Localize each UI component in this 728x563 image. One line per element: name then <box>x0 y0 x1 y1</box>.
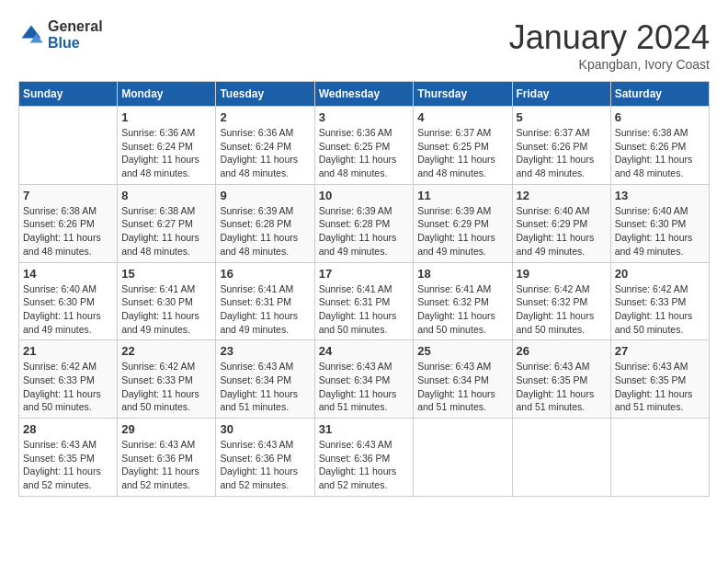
calendar-cell: 9Sunrise: 6:39 AMSunset: 6:28 PMDaylight… <box>216 184 314 262</box>
header-row: SundayMondayTuesdayWednesdayThursdayFrid… <box>19 82 710 107</box>
calendar-cell: 31Sunrise: 6:43 AMSunset: 6:36 PMDayligh… <box>314 419 414 497</box>
day-info: Sunrise: 6:37 AMSunset: 6:26 PMDaylight:… <box>517 126 607 180</box>
day-info: Sunrise: 6:39 AMSunset: 6:28 PMDaylight:… <box>319 204 410 259</box>
day-number: 9 <box>220 189 310 202</box>
calendar-cell: 17Sunrise: 6:41 AMSunset: 6:31 PMDayligh… <box>314 262 414 340</box>
day-info: Sunrise: 6:39 AMSunset: 6:29 PMDaylight:… <box>417 204 507 259</box>
day-number: 25 <box>417 344 507 358</box>
day-info: Sunrise: 6:38 AMSunset: 6:26 PMDaylight:… <box>23 204 113 259</box>
logo-text: General Blue <box>48 18 103 51</box>
day-info: Sunrise: 6:42 AMSunset: 6:33 PMDaylight:… <box>23 360 113 414</box>
logo-icon <box>18 22 44 48</box>
calendar-cell <box>512 419 610 497</box>
day-number: 1 <box>121 110 211 124</box>
calendar-cell: 29Sunrise: 6:43 AMSunset: 6:36 PMDayligh… <box>118 419 216 497</box>
calendar-cell: 18Sunrise: 6:41 AMSunset: 6:32 PMDayligh… <box>414 262 512 340</box>
calendar-cell: 14Sunrise: 6:40 AMSunset: 6:30 PMDayligh… <box>19 262 118 340</box>
header-day: Wednesday <box>314 82 414 107</box>
day-info: Sunrise: 6:36 AMSunset: 6:24 PMDaylight:… <box>121 126 211 180</box>
day-number: 15 <box>121 267 211 281</box>
calendar-cell: 7Sunrise: 6:38 AMSunset: 6:26 PMDaylight… <box>19 184 118 262</box>
header-day: Tuesday <box>216 82 314 107</box>
calendar-cell: 13Sunrise: 6:40 AMSunset: 6:30 PMDayligh… <box>610 184 709 262</box>
day-number: 29 <box>121 422 211 436</box>
calendar-cell: 10Sunrise: 6:39 AMSunset: 6:28 PMDayligh… <box>314 184 414 262</box>
day-info: Sunrise: 6:43 AMSunset: 6:34 PMDaylight:… <box>319 360 410 414</box>
calendar-cell: 28Sunrise: 6:43 AMSunset: 6:35 PMDayligh… <box>19 419 118 497</box>
calendar-cell: 4Sunrise: 6:37 AMSunset: 6:25 PMDaylight… <box>414 107 512 185</box>
day-number: 18 <box>417 267 507 281</box>
calendar-cell: 8Sunrise: 6:38 AMSunset: 6:27 PMDaylight… <box>118 184 216 262</box>
day-info: Sunrise: 6:39 AMSunset: 6:28 PMDaylight:… <box>220 204 310 259</box>
day-number: 26 <box>517 344 607 358</box>
page-header: General Blue January 2024 Kpangban, Ivor… <box>18 18 710 72</box>
calendar-cell: 22Sunrise: 6:42 AMSunset: 6:33 PMDayligh… <box>118 340 216 419</box>
day-number: 20 <box>615 267 705 281</box>
calendar-cell: 5Sunrise: 6:37 AMSunset: 6:26 PMDaylight… <box>512 107 610 185</box>
day-number: 10 <box>319 189 410 202</box>
calendar-cell: 26Sunrise: 6:43 AMSunset: 6:35 PMDayligh… <box>512 340 610 419</box>
day-info: Sunrise: 6:41 AMSunset: 6:30 PMDaylight:… <box>121 282 211 337</box>
day-number: 23 <box>220 344 310 358</box>
day-info: Sunrise: 6:36 AMSunset: 6:24 PMDaylight:… <box>220 126 310 180</box>
day-info: Sunrise: 6:43 AMSunset: 6:36 PMDaylight:… <box>319 438 410 492</box>
day-number: 24 <box>319 344 410 358</box>
day-number: 17 <box>319 267 410 281</box>
calendar-cell: 30Sunrise: 6:43 AMSunset: 6:36 PMDayligh… <box>216 419 314 497</box>
calendar-cell: 15Sunrise: 6:41 AMSunset: 6:30 PMDayligh… <box>118 262 216 340</box>
calendar-cell: 25Sunrise: 6:43 AMSunset: 6:34 PMDayligh… <box>414 340 512 419</box>
calendar-header: SundayMondayTuesdayWednesdayThursdayFrid… <box>19 82 710 107</box>
logo-general: General <box>48 18 103 35</box>
day-info: Sunrise: 6:43 AMSunset: 6:35 PMDaylight:… <box>23 438 113 492</box>
day-number: 8 <box>121 189 211 202</box>
day-number: 6 <box>615 110 705 124</box>
day-number: 7 <box>23 189 113 202</box>
day-info: Sunrise: 6:43 AMSunset: 6:35 PMDaylight:… <box>517 360 607 414</box>
day-info: Sunrise: 6:38 AMSunset: 6:27 PMDaylight:… <box>121 204 211 259</box>
calendar-cell: 20Sunrise: 6:42 AMSunset: 6:33 PMDayligh… <box>610 262 709 340</box>
calendar-cell: 12Sunrise: 6:40 AMSunset: 6:29 PMDayligh… <box>512 184 610 262</box>
month-title: January 2024 <box>509 18 710 57</box>
calendar-week-row: 21Sunrise: 6:42 AMSunset: 6:33 PMDayligh… <box>19 340 710 419</box>
day-number: 11 <box>417 189 507 202</box>
day-number: 28 <box>23 422 113 436</box>
calendar-cell: 16Sunrise: 6:41 AMSunset: 6:31 PMDayligh… <box>216 262 314 340</box>
calendar-cell: 3Sunrise: 6:36 AMSunset: 6:25 PMDaylight… <box>314 107 414 185</box>
calendar-week-row: 7Sunrise: 6:38 AMSunset: 6:26 PMDaylight… <box>19 184 710 262</box>
day-number: 27 <box>615 344 705 358</box>
day-info: Sunrise: 6:40 AMSunset: 6:30 PMDaylight:… <box>23 282 113 337</box>
day-number: 30 <box>220 422 310 436</box>
header-day: Thursday <box>414 82 512 107</box>
day-number: 31 <box>319 422 410 436</box>
day-info: Sunrise: 6:40 AMSunset: 6:30 PMDaylight:… <box>615 204 705 259</box>
calendar-cell: 24Sunrise: 6:43 AMSunset: 6:34 PMDayligh… <box>314 340 414 419</box>
day-number: 4 <box>417 110 507 124</box>
day-info: Sunrise: 6:42 AMSunset: 6:32 PMDaylight:… <box>517 282 607 337</box>
day-info: Sunrise: 6:43 AMSunset: 6:34 PMDaylight:… <box>220 360 310 414</box>
day-number: 2 <box>220 110 310 124</box>
day-number: 5 <box>517 110 607 124</box>
day-number: 16 <box>220 267 310 281</box>
day-info: Sunrise: 6:43 AMSunset: 6:36 PMDaylight:… <box>121 438 211 492</box>
day-info: Sunrise: 6:36 AMSunset: 6:25 PMDaylight:… <box>319 126 410 180</box>
header-day: Saturday <box>610 82 709 107</box>
calendar-cell: 2Sunrise: 6:36 AMSunset: 6:24 PMDaylight… <box>216 107 314 185</box>
calendar-week-row: 28Sunrise: 6:43 AMSunset: 6:35 PMDayligh… <box>19 419 710 497</box>
day-info: Sunrise: 6:42 AMSunset: 6:33 PMDaylight:… <box>121 360 211 414</box>
day-number: 19 <box>517 267 607 281</box>
day-info: Sunrise: 6:43 AMSunset: 6:34 PMDaylight:… <box>417 360 507 414</box>
header-day: Friday <box>512 82 610 107</box>
day-info: Sunrise: 6:40 AMSunset: 6:29 PMDaylight:… <box>517 204 607 259</box>
calendar-cell: 27Sunrise: 6:43 AMSunset: 6:35 PMDayligh… <box>610 340 709 419</box>
calendar-cell: 19Sunrise: 6:42 AMSunset: 6:32 PMDayligh… <box>512 262 610 340</box>
day-info: Sunrise: 6:43 AMSunset: 6:36 PMDaylight:… <box>220 438 310 492</box>
calendar-cell <box>414 419 512 497</box>
calendar-cell: 1Sunrise: 6:36 AMSunset: 6:24 PMDaylight… <box>118 107 216 185</box>
calendar-body: 1Sunrise: 6:36 AMSunset: 6:24 PMDaylight… <box>19 107 710 497</box>
calendar-cell: 23Sunrise: 6:43 AMSunset: 6:34 PMDayligh… <box>216 340 314 419</box>
day-info: Sunrise: 6:38 AMSunset: 6:26 PMDaylight:… <box>615 126 705 180</box>
day-info: Sunrise: 6:41 AMSunset: 6:31 PMDaylight:… <box>220 282 310 337</box>
day-number: 14 <box>23 267 113 281</box>
day-info: Sunrise: 6:42 AMSunset: 6:33 PMDaylight:… <box>615 282 705 337</box>
calendar-cell <box>610 419 709 497</box>
